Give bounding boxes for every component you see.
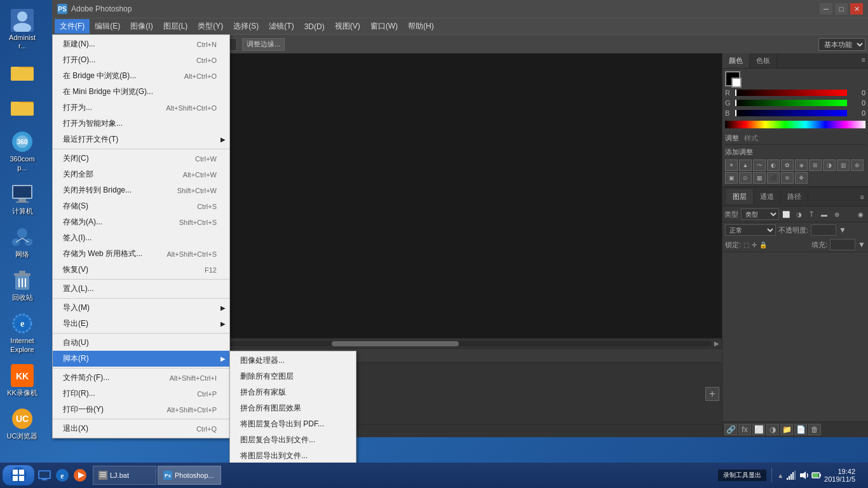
- adj-tab[interactable]: 调整: [725, 133, 739, 143]
- desktop-icon-folder2[interactable]: [3, 93, 41, 123]
- menu-save-as[interactable]: 存储为(A)... Shift+Ctrl+S: [53, 214, 229, 230]
- layer-filter-adj-icon[interactable]: ◑: [793, 209, 804, 219]
- fill-input[interactable]: [830, 239, 855, 250]
- adj-btn-15[interactable]: ≋: [781, 172, 794, 184]
- r-slider[interactable]: [735, 90, 847, 96]
- menu-select[interactable]: 选择(S): [228, 19, 264, 34]
- recording-indicator[interactable]: 录制工具显出: [718, 470, 766, 481]
- show-hidden-icons[interactable]: ▲: [777, 472, 783, 479]
- adjust-edge-button[interactable]: 调整边缘...: [242, 38, 285, 51]
- menu-edit[interactable]: 编辑(E): [90, 19, 125, 34]
- layer-filter-toggle[interactable]: ◉: [855, 209, 866, 219]
- menu-new[interactable]: 新建(N)... Ctrl+N: [53, 36, 229, 52]
- volume-icon[interactable]: [799, 470, 809, 480]
- adj-btn-9[interactable]: ▥: [837, 159, 850, 171]
- lock-pixel-icon[interactable]: ⬚: [743, 241, 749, 248]
- lock-position-icon[interactable]: ✛: [752, 241, 757, 248]
- b-slider[interactable]: [735, 110, 847, 116]
- desktop-icon-ie[interactable]: e Internet Explore: [3, 309, 41, 356]
- close-button[interactable]: ✕: [850, 3, 863, 15]
- menu-open-smart[interactable]: 打开为智能对象...: [53, 116, 229, 132]
- layer-type-filter[interactable]: 类型: [741, 208, 779, 220]
- fg-color-box[interactable]: [725, 71, 740, 86]
- menu-layer[interactable]: 图层(L): [158, 19, 193, 34]
- layer-filter-shape-icon[interactable]: ▬: [818, 209, 830, 219]
- menu-filter[interactable]: 滤镜(T): [264, 19, 299, 34]
- taskbar-clock[interactable]: 19:42 2019/11/5: [824, 468, 855, 483]
- menu-file[interactable]: 文件(F): [55, 19, 90, 34]
- menu-print-one[interactable]: 打印一份(Y) Alt+Shift+Ctrl+P: [53, 402, 229, 417]
- menu-revert[interactable]: 恢复(V) F12: [53, 262, 229, 278]
- menu-3d[interactable]: 3D(D): [299, 20, 330, 33]
- add-mask-icon[interactable]: ⬜: [752, 424, 765, 435]
- adj-btn-10[interactable]: ⊕: [851, 159, 864, 171]
- layers-panel-options-icon[interactable]: ≡: [860, 193, 864, 201]
- maximize-button[interactable]: □: [835, 3, 848, 15]
- layer-filter-pixel-icon[interactable]: ⬜: [780, 209, 792, 219]
- desktop-icon-computer[interactable]: 计算机: [3, 180, 41, 218]
- desktop-icon-user[interactable]: Administr...: [3, 6, 41, 53]
- menu-close-bridge[interactable]: 关闭并转到 Bridge... Shift+Ctrl+W: [53, 182, 229, 198]
- menu-open-as[interactable]: 打开为... Alt+Shift+Ctrl+O: [53, 100, 229, 116]
- adj-btn-16[interactable]: ❖: [795, 172, 808, 184]
- lock-all-icon[interactable]: 🔒: [759, 241, 767, 248]
- menu-import[interactable]: 导入(M): [53, 300, 229, 316]
- desktop-icon-recycle[interactable]: 回收站: [3, 266, 41, 304]
- menu-view[interactable]: 视图(V): [330, 19, 365, 34]
- submenu-export-pdf[interactable]: 将图层复合导出到 PDF...: [230, 416, 356, 432]
- fill-more-icon[interactable]: ▼: [858, 240, 865, 249]
- menu-print[interactable]: 打印(R)... Ctrl+P: [53, 386, 229, 402]
- menu-browse-mini[interactable]: 在 Mini Bridge 中浏览(G)...: [53, 84, 229, 100]
- bg-color-box[interactable]: [731, 78, 742, 88]
- menu-close[interactable]: 关闭(C) Ctrl+W: [53, 151, 229, 166]
- battery-icon[interactable]: [811, 470, 822, 480]
- tab-channels[interactable]: 通道: [754, 189, 781, 204]
- adj-btn-4[interactable]: ◐: [767, 159, 780, 171]
- adj-btn-11[interactable]: ▣: [725, 172, 738, 184]
- submenu-image-processor[interactable]: 图像处理器...: [230, 353, 356, 369]
- desktop-icon-folder1[interactable]: [3, 58, 41, 88]
- start-button[interactable]: [3, 465, 34, 485]
- menu-export[interactable]: 导出(E): [53, 316, 229, 332]
- desktop-icon-network[interactable]: 网络: [3, 223, 41, 261]
- menu-close-all[interactable]: 关闭全部 Alt+Ctrl+W: [53, 166, 229, 182]
- submenu-delete-empty-layers[interactable]: 删除所有空图层: [230, 369, 356, 384]
- menu-file-info[interactable]: 文件简介(F)... Alt+Shift+Ctrl+I: [53, 370, 229, 386]
- panel-options-icon[interactable]: ≡: [859, 53, 868, 68]
- submenu-export-layers-file[interactable]: 将图层导出到文件...: [230, 448, 356, 464]
- menu-place[interactable]: 置入(L)...: [53, 281, 229, 297]
- tab-swatches[interactable]: 色板: [750, 53, 777, 68]
- menu-type[interactable]: 类型(Y): [193, 19, 228, 34]
- menu-window[interactable]: 窗口(W): [365, 19, 403, 34]
- minimize-button[interactable]: ─: [820, 3, 832, 15]
- adj-btn-8[interactable]: ◑: [823, 159, 836, 171]
- menu-open[interactable]: 打开(O)... Ctrl+O: [53, 52, 229, 68]
- delete-layer-icon[interactable]: 🗑: [808, 424, 821, 435]
- menu-browse-bridge[interactable]: 在 Bridge 中浏览(B)... Alt+Ctrl+O: [53, 68, 229, 84]
- tab-color[interactable]: 颜色: [722, 53, 750, 68]
- submenu-flatten-home[interactable]: 拼合所有家版: [230, 384, 356, 400]
- add-frame-button[interactable]: +: [705, 387, 719, 401]
- menu-checkin[interactable]: 签入(I)...: [53, 230, 229, 246]
- blend-mode-select[interactable]: 正常: [725, 224, 776, 236]
- menu-recent[interactable]: 最近打开文件(T): [53, 132, 229, 147]
- opacity-input[interactable]: [811, 224, 836, 236]
- g-slider[interactable]: [735, 100, 847, 106]
- menu-scripts[interactable]: 脚本(R) 图像处理器... 删除所有空图层 拼合所有家版 拼合所有图层效果 将…: [53, 351, 229, 367]
- adj-btn-1[interactable]: ☀: [725, 159, 738, 171]
- menu-automate[interactable]: 自动(U): [53, 335, 229, 351]
- submenu-export-file[interactable]: 图层复合导出到文件...: [230, 432, 356, 448]
- menu-help[interactable]: 帮助(H): [403, 19, 439, 34]
- menu-save[interactable]: 存储(S) Ctrl+S: [53, 198, 229, 214]
- layer-filter-smart-icon[interactable]: ⊕: [831, 209, 843, 219]
- new-layer-icon[interactable]: 📄: [794, 424, 807, 435]
- network-tray-icon[interactable]: [786, 470, 796, 480]
- menu-save-web[interactable]: 存储为 Web 所用格式... Alt+Shift+Ctrl+S: [53, 246, 229, 262]
- tab-paths[interactable]: 路径: [781, 189, 808, 204]
- layer-filter-text-icon[interactable]: T: [806, 209, 817, 219]
- ie-taskbar-icon[interactable]: e: [55, 468, 70, 483]
- menu-exit[interactable]: 退出(X) Ctrl+Q: [53, 421, 229, 437]
- desktop-icon-360comp[interactable]: 360 360comp...: [3, 128, 41, 174]
- adj-btn-2[interactable]: ▲: [739, 159, 752, 171]
- menu-image[interactable]: 图像(I): [125, 19, 158, 34]
